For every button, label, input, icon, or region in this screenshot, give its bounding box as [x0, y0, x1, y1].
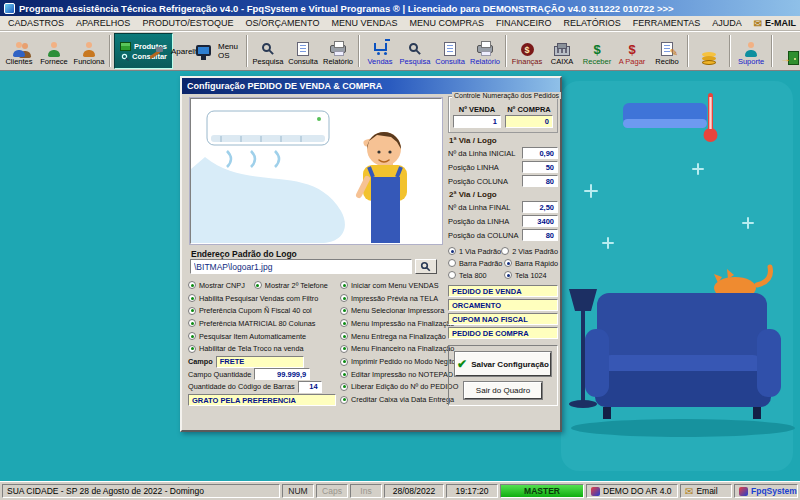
option-row[interactable]: Menu Selecionar Impressora [340, 305, 446, 316]
orcamento-field[interactable]: ORCAMENTO [448, 299, 558, 311]
toolbar-funcionario[interactable]: Funciona [72, 33, 106, 69]
setting-row: Posição da LINHA3400 [448, 215, 558, 227]
toolbar-menu-os[interactable]: Menu OS [209, 33, 243, 69]
option-row[interactable]: Imprimir Pedido no Modo Negito [340, 356, 446, 367]
posicao-linha2-field[interactable]: 3400 [522, 215, 558, 227]
toolbar-financas[interactable]: Finanças [510, 33, 544, 69]
linha-final-field[interactable]: 2,50 [522, 201, 558, 213]
radio-barra-rapido[interactable]: Barra Rápido [504, 258, 558, 268]
toolbar-recibo[interactable]: Recibo [650, 33, 684, 69]
menu-compras[interactable]: MENU COMPRAS [403, 17, 490, 29]
venda-number-field[interactable]: 1 [453, 115, 501, 128]
pedido-venda-field[interactable]: PEDIDO DE VENDA [448, 285, 558, 297]
option-row[interactable]: Menu Impressão na Finalização [340, 318, 446, 329]
option-row[interactable]: Habilita Pesquisar Vendas com Filtro [188, 293, 338, 304]
toolbar-moedas[interactable] [692, 33, 726, 69]
option-row[interactable]: Menu Entrega na Finalização [340, 331, 446, 342]
radio-1-via-padrao[interactable]: 1 Via Padrão [448, 246, 501, 256]
linha-inicial-field[interactable]: 0,90 [522, 147, 558, 159]
campo-frete-row: Campo FRETE [188, 356, 338, 367]
menu-ferramentas[interactable]: FERRAMENTAS [627, 17, 706, 29]
frete-field[interactable]: FRETE [216, 356, 304, 368]
menu-os-orcamento[interactable]: OS/ORÇAMENTO [240, 17, 326, 29]
titlebar[interactable]: Programa Assistência Técnica Refrigeraçã… [0, 0, 800, 16]
option-row[interactable]: Impressão Prévia na TELA [340, 293, 446, 304]
logo-preview-image [190, 98, 442, 244]
radio-2-vias-padrao[interactable]: 2 Vias Padrão [501, 246, 558, 256]
option-row[interactable]: Iniciar com Menu VENDAS [340, 280, 446, 291]
status-email[interactable]: ✉ Email [680, 484, 732, 498]
exit-dialog-button[interactable]: Sair do Quadro [464, 382, 542, 399]
document-icon [438, 38, 462, 57]
posicao-linha-field[interactable]: 50 [522, 161, 558, 173]
option-dot [340, 358, 348, 366]
toolbar-vendas-pesquisa[interactable]: Pesquisa [398, 33, 432, 69]
sales-cart-icon [368, 38, 392, 57]
grato-field[interactable]: GRATO PELA PREFERENCIA [188, 394, 336, 406]
option-row[interactable]: Preferência MATRICIAL 80 Colunas [188, 318, 338, 329]
browse-logo-button[interactable] [415, 259, 437, 274]
option-dot[interactable] [254, 281, 262, 289]
toolbar-receber[interactable]: Receber [580, 33, 614, 69]
toolbar-separator [729, 35, 731, 67]
radio-barra-padrao[interactable]: Barra Padrão [448, 258, 504, 268]
option-dot [340, 396, 348, 404]
option-row[interactable]: Habilitar de Tela Troco na venda [188, 343, 338, 354]
toolbar-clientes[interactable]: Clientes [2, 33, 36, 69]
toolbar-fornecedor[interactable]: Fornece [37, 33, 71, 69]
cash-register-icon [550, 38, 574, 57]
menu-email[interactable]: ✉ E-MAIL [748, 17, 800, 30]
toolbar-os-consulta[interactable]: Consulta [286, 33, 320, 69]
option-row[interactable]: Preferência Cupom Ñ Fiscal 40 col [188, 305, 338, 316]
barras-field[interactable]: 14 [298, 381, 322, 393]
receive-dollar-icon [585, 38, 609, 57]
posicao-coluna2-field[interactable]: 80 [522, 229, 558, 241]
option-row[interactable]: Creditar Caixa via Data Entrega [340, 394, 446, 405]
cupom-field[interactable]: CUPOM NAO FISCAL [448, 313, 558, 325]
save-config-button[interactable]: ✔ Salvar Configuração [455, 352, 551, 376]
numbering-groupbox: Controle Numeração dos Pedidos Nº VENDA … [448, 96, 558, 133]
toolbar-suporte[interactable]: Suporte [734, 33, 768, 69]
toolbar-vendas-relatorio[interactable]: Relatório [468, 33, 502, 69]
toolbar-sair[interactable] [776, 33, 800, 69]
toolbar-a-pagar[interactable]: A Pagar [615, 33, 649, 69]
option-dot [340, 345, 348, 353]
status-user: MASTER [500, 484, 584, 498]
option-dot [188, 332, 196, 340]
option-row[interactable]: Menu Financeiro na Finalização [340, 343, 446, 354]
toolbar-vendas[interactable]: Vendas [363, 33, 397, 69]
posicao-coluna-field[interactable]: 80 [522, 175, 558, 187]
toolbar-caixa[interactable]: CAIXA [545, 33, 579, 69]
toolbar-separator [358, 35, 360, 67]
option-row: Mostrar CNPJ Mostrar 2º Telefone [188, 280, 338, 291]
menu-aparelhos[interactable]: APARELHOS [70, 17, 136, 29]
menu-produto-estoque[interactable]: PRODUTO/ESTOQUE [136, 17, 239, 29]
option-row[interactable]: Pesquisar Item Automaticamente [188, 331, 338, 342]
option-row[interactable]: Liberar Edição do Nº do PEDIDO [340, 382, 446, 393]
menu-financeiro[interactable]: FINANCEIRO [490, 17, 558, 29]
compra-number-field[interactable]: 0 [505, 115, 553, 128]
radio-tela-800[interactable]: Tela 800 [448, 270, 504, 280]
toolbar-vendas-consulta[interactable]: Consulta [433, 33, 467, 69]
brand-icon [739, 487, 748, 496]
menu-relatorios[interactable]: RELATÓRIOS [557, 17, 626, 29]
menu-cadastros[interactable]: CADASTROS [2, 17, 70, 29]
option-dot [188, 319, 196, 327]
logo-path-row [190, 259, 437, 274]
quantidade-field[interactable]: 99.999,9 [254, 368, 310, 380]
option-dot [188, 345, 196, 353]
pedido-compra-field[interactable]: PEDIDO DE COMPRA [448, 327, 558, 339]
radio-tela-1024[interactable]: Tela 1024 [504, 270, 547, 280]
toolbar-os-pesquisa[interactable]: Pesquisa [251, 33, 285, 69]
coins-icon [697, 47, 721, 66]
logo-path-input[interactable] [190, 259, 412, 274]
menu-vendas[interactable]: MENU VENDAS [325, 17, 403, 29]
option-row[interactable]: Editar Impressão no NOTEPAD [340, 369, 446, 380]
printer-icon [473, 38, 497, 57]
toolbar-os-relatorio[interactable]: Relatório [321, 33, 355, 69]
menu-ajuda[interactable]: AJUDA [706, 17, 748, 29]
pay-dollar-icon [620, 38, 644, 57]
search-icon [403, 38, 427, 57]
option-dot[interactable] [188, 281, 196, 289]
status-date: 28/08/2022 [384, 484, 444, 498]
